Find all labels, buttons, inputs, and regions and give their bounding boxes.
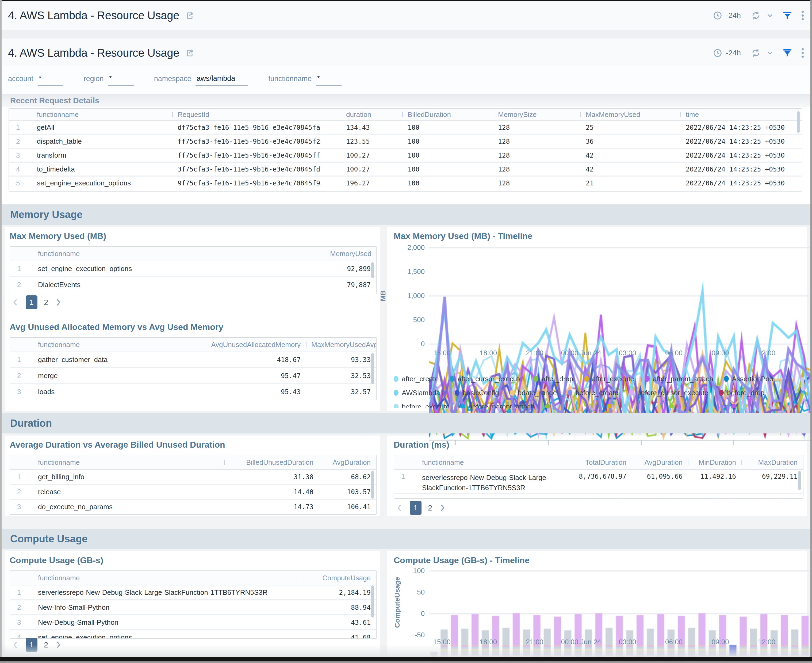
table-cell: getAll (32, 123, 172, 132)
legend-item[interactable]: after_parent_attach (645, 375, 713, 383)
table-row: 1serverlessrepo-New-Debug-Slack-Large-Sl… (10, 585, 376, 599)
filter-region-input[interactable]: * (108, 74, 134, 86)
window-frame-left (0, 0, 2, 663)
table-row: 1serverlessrepo-New-Debug-Slack-Large-Sl… (394, 470, 803, 493)
section-duration-title: Duration (10, 418, 52, 429)
table-cell: 79,887 (325, 281, 376, 289)
section-duration: Duration (2, 413, 810, 433)
filter-functionname-input[interactable]: * (316, 74, 342, 86)
legend-item[interactable]: after_execute (584, 375, 634, 383)
legend-item-clipped[interactable] (607, 403, 659, 408)
legend-item[interactable]: AWSlambda1 (394, 388, 444, 397)
pagination-page-current[interactable]: 1 (26, 295, 37, 309)
legend-item[interactable]: after_drop (534, 375, 573, 383)
pagination-page-current[interactable]: 1 (410, 501, 421, 515)
pagination-prev-button[interactable] (396, 503, 403, 512)
table-row: 4to_timedelta3f75cfa3-fe16-11e5-9b16-e3e… (9, 162, 802, 176)
table-cell: 134.43 (341, 124, 402, 131)
clock-icon[interactable] (713, 11, 722, 20)
chevron-down-icon[interactable] (767, 12, 773, 19)
avg-memory-table-scrollbar[interactable] (371, 353, 374, 384)
pagination-next-button[interactable] (55, 298, 62, 307)
legend-item[interactable]: after_cursor_execute (450, 375, 523, 383)
chevron-down-icon-2[interactable] (767, 50, 773, 57)
row-number: 2 (10, 488, 32, 496)
filter-namespace[interactable]: namespace aws/lambda (154, 74, 248, 86)
row-number: 1 (10, 356, 32, 364)
legend-item[interactable]: after_create (394, 375, 439, 383)
time-range-button-2[interactable]: -24h (726, 49, 741, 57)
column-header: AvgUnusedAllocatedMemory (202, 341, 306, 349)
filter-region[interactable]: region * (84, 74, 134, 86)
table-cell: serverlessrepo-New-Debug-Slack-Large-Sla… (417, 470, 572, 493)
refresh-icon-2[interactable] (751, 48, 760, 58)
table-cell: 100 (402, 165, 492, 173)
kebab-menu-icon[interactable] (801, 10, 804, 21)
table-cell: 36 (580, 137, 680, 145)
legend-dot (731, 404, 736, 408)
recent-table-scrollbar[interactable] (797, 111, 800, 133)
legend-item[interactable]: before_create (568, 388, 618, 397)
table-cell: 1,007.40 (632, 494, 688, 499)
duration-ms-table-title: Duration (ms) (394, 440, 449, 450)
legend-item[interactable]: basicConfig (455, 388, 499, 397)
pagination-next-button[interactable] (439, 503, 446, 512)
pagination-prev-button[interactable] (12, 640, 19, 649)
filter-namespace-input[interactable]: aws/lambda (195, 74, 248, 86)
compute-y-tick: 50 (394, 588, 425, 597)
header-gap (2, 30, 810, 39)
column-header: functionname (417, 458, 572, 467)
kebab-menu-icon-2[interactable] (801, 48, 804, 58)
memory-x-tick: 15:00 (418, 349, 466, 357)
pagination-page[interactable]: 2 (428, 503, 432, 513)
refresh-icon[interactable] (751, 11, 760, 20)
clock-icon-2[interactable] (713, 49, 722, 58)
row-number: 2 (10, 372, 32, 380)
legend-item[interactable]: bdate_range (510, 388, 557, 397)
legend-item[interactable]: before_execute (394, 403, 450, 408)
pagination-page[interactable]: 2 (44, 298, 48, 307)
legend-item[interactable]: before_parent_attach (460, 403, 534, 408)
compute-timeline-title: Compute Usage (GB-s) - Timeline (394, 555, 529, 565)
pagination-page-current[interactable]: 1 (26, 638, 37, 652)
legend-item[interactable]: before_drop (719, 388, 764, 397)
legend-item-clipped[interactable] (731, 403, 783, 408)
time-range-button[interactable]: -24h (726, 11, 741, 20)
memory-x-tick: 06:00 (650, 349, 698, 357)
legend-dot (719, 390, 724, 396)
column-header: functionname (32, 574, 296, 582)
table-cell: 42 (580, 165, 680, 173)
table-row: 3do_execute_no_params14.73106.41 (10, 499, 376, 514)
compute-timeline-ylabel: ComputeUsage (393, 577, 402, 628)
legend-item[interactable]: AssertionPool (724, 375, 775, 383)
pagination-page[interactable]: 2 (44, 640, 48, 649)
compute-usage-table-scrollbar[interactable] (371, 585, 374, 618)
legend-dot (568, 390, 572, 396)
column-header: duration (341, 110, 402, 119)
table-cell: 92,899 (325, 265, 376, 273)
legend-item[interactable]: before_cursor_execute (629, 388, 708, 397)
max-memory-table-title: Max Memory Used (MB) (10, 231, 106, 241)
pagination-prev-button[interactable] (12, 298, 19, 307)
table-cell: ff75cfa3-fe16-11e5-9b16-e3e4c70845ff (172, 152, 341, 159)
filter-icon-2[interactable] (783, 49, 792, 58)
legend-scrollbar[interactable] (801, 377, 804, 391)
pagination-next-button[interactable] (55, 640, 62, 649)
share-icon[interactable] (186, 11, 195, 20)
legend-dot (460, 404, 465, 408)
filter-account-input[interactable]: * (38, 74, 63, 86)
share-icon-2[interactable] (186, 49, 195, 58)
avg-duration-table-scrollbar[interactable] (371, 471, 374, 499)
column-header: time (680, 110, 802, 119)
memory-y-tick: 0 (394, 340, 425, 348)
filter-account[interactable]: account * (8, 74, 63, 86)
max-memory-table-scrollbar[interactable] (371, 262, 374, 278)
filter-functionname[interactable]: functionname * (268, 74, 342, 86)
dashboard-header-inner: 4. AWS Lambda - Resource Usage -24h (2, 39, 810, 68)
column-header: BilledDuration (402, 110, 492, 119)
legend-item-clipped[interactable] (669, 403, 720, 408)
row-number: 1 (10, 589, 32, 597)
legend-item-clipped[interactable] (545, 403, 596, 408)
filter-icon[interactable] (783, 11, 792, 20)
duration-ms-table-scrollbar[interactable] (798, 471, 801, 490)
